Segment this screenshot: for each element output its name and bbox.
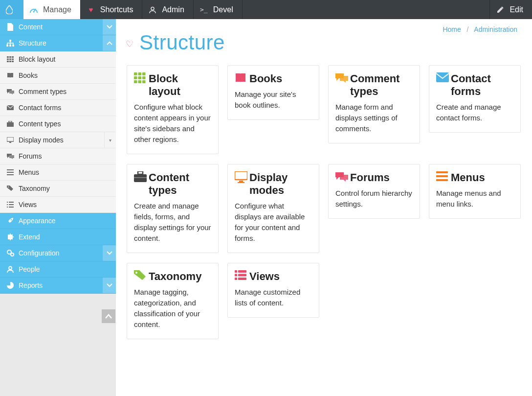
svg-rect-23 <box>7 174 14 175</box>
sidebar-reports[interactable]: Reports <box>0 278 116 294</box>
card-views[interactable]: Views Manage customized lists of content… <box>227 263 319 318</box>
toolbar-admin[interactable]: Admin <box>142 0 193 19</box>
sidebar-content[interactable]: Content <box>0 19 116 35</box>
grid-icon <box>134 72 149 83</box>
chevron-down-icon[interactable] <box>103 278 116 293</box>
card-desc: Control forum hierarchy settings. <box>335 188 413 210</box>
svg-rect-18 <box>9 121 12 122</box>
card-title: Display modes <box>249 171 312 197</box>
heart-outline-icon[interactable]: ♡ <box>126 39 133 49</box>
monitor-icon <box>5 137 16 143</box>
svg-rect-56 <box>238 270 246 273</box>
breadcrumb-home[interactable]: Home <box>443 25 461 33</box>
sidebar-sub-books[interactable]: Books <box>0 68 116 84</box>
svg-rect-37 <box>142 72 146 75</box>
briefcase-icon <box>134 171 149 182</box>
card-desc: Manage your site's book outlines. <box>235 89 312 111</box>
svg-rect-29 <box>7 207 8 208</box>
card-display-modes[interactable]: Display modes Configure what displays ar… <box>227 164 319 253</box>
user-icon <box>148 6 157 13</box>
card-comment-types[interactable]: Comment types Manage form and displays s… <box>328 65 420 143</box>
svg-rect-42 <box>138 80 142 83</box>
sidebar-sub-label: Comment types <box>16 88 66 95</box>
svg-rect-44 <box>436 72 449 82</box>
svg-rect-8 <box>9 56 11 58</box>
sidebar-reports-label: Reports <box>16 281 43 289</box>
svg-rect-7 <box>7 56 9 58</box>
card-desc: Create and manage contact forms. <box>436 102 513 123</box>
sidebar-sub-taxonomy[interactable]: Taxonomy <box>0 181 116 197</box>
sidebar-structure-label: Structure <box>16 39 46 47</box>
svg-rect-55 <box>235 270 237 273</box>
list-icon <box>5 202 16 208</box>
card-contact-forms[interactable]: Contact forms Create and manage contact … <box>429 65 521 133</box>
card-desc: Create and manage fields, forms, and dis… <box>134 201 211 244</box>
svg-rect-26 <box>9 202 14 203</box>
svg-rect-48 <box>235 171 247 180</box>
sidebar-sub-content-types[interactable]: Content types <box>0 116 116 132</box>
sidebar-sub-label: Views <box>16 201 37 209</box>
envelope-icon <box>436 72 451 82</box>
toolbar-devel[interactable]: >_ Devel <box>194 0 243 19</box>
scroll-to-top-button[interactable] <box>102 309 115 323</box>
svg-rect-41 <box>134 80 137 83</box>
sidebar-sub-display-modes[interactable]: Display modes ▾ <box>0 132 116 148</box>
dashboard-icon <box>29 6 38 13</box>
page-title-row: ♡ Structure <box>116 19 532 54</box>
sidebar-extend[interactable]: Extend <box>0 229 116 245</box>
sidebar-sub-views[interactable]: Views <box>0 197 116 213</box>
pencil-icon <box>496 6 505 13</box>
card-title: Content types <box>149 171 211 197</box>
svg-point-31 <box>11 219 12 220</box>
svg-point-33 <box>11 253 14 256</box>
sidebar-people[interactable]: People <box>0 261 116 278</box>
toolbar-manage-label: Manage <box>43 5 71 14</box>
svg-rect-13 <box>7 61 9 62</box>
svg-rect-21 <box>7 169 14 170</box>
sidebar-sub-comment-types[interactable]: Comment types <box>0 84 116 100</box>
svg-point-54 <box>135 272 137 274</box>
sidebar-sub-label: Contact forms <box>16 104 61 112</box>
breadcrumb-admin[interactable]: Administration <box>474 25 517 33</box>
toolbar-admin-label: Admin <box>162 5 184 14</box>
svg-rect-53 <box>436 179 448 181</box>
toolbar-shortcuts[interactable]: ♥ Shortcuts <box>81 0 143 19</box>
svg-rect-40 <box>142 76 146 79</box>
pie-chart-icon <box>5 282 16 289</box>
svg-rect-5 <box>9 45 11 47</box>
toolbar-manage[interactable]: Manage <box>23 0 81 19</box>
svg-rect-39 <box>138 76 142 79</box>
sidebar-appearance-label: Appearance <box>16 217 56 225</box>
sidebar-sub-forums[interactable]: Forums <box>0 148 116 164</box>
card-block-layout[interactable]: Block layout Configure what block conten… <box>127 65 219 154</box>
sidebar-content-label: Content <box>16 23 43 31</box>
sidebar-sub-contact-forms[interactable]: Contact forms <box>0 100 116 116</box>
svg-rect-51 <box>436 171 448 173</box>
sidebar-configuration[interactable]: Configuration <box>0 245 116 261</box>
svg-rect-60 <box>238 278 246 280</box>
caret-down-icon[interactable]: ▾ <box>104 132 116 148</box>
svg-rect-47 <box>134 177 147 178</box>
card-forums[interactable]: Forums Control forum hierarchy settings. <box>328 164 420 219</box>
svg-rect-4 <box>6 45 8 47</box>
monitor-icon <box>235 171 249 183</box>
svg-rect-59 <box>235 278 237 280</box>
chevron-down-icon[interactable] <box>103 245 116 261</box>
sidebar-sub-block-layout[interactable]: Block layout <box>0 51 116 68</box>
card-books[interactable]: Books Manage your site's book outlines. <box>227 65 319 120</box>
comments-icon <box>335 171 350 182</box>
sidebar-appearance[interactable]: Appearance <box>0 213 116 229</box>
home-logo[interactable] <box>0 0 23 19</box>
card-taxonomy[interactable]: Taxonomy Manage tagging, categorization,… <box>127 263 219 339</box>
chevron-up-icon[interactable] <box>103 35 116 51</box>
sidebar-sub-menus[interactable]: Menus <box>0 164 116 181</box>
card-content-types[interactable]: Content types Create and manage fields, … <box>127 164 219 253</box>
card-menus[interactable]: Menus Manage menus and menu links. <box>429 164 521 219</box>
sidebar-structure[interactable]: Structure <box>0 35 116 51</box>
card-desc: Manage form and displays settings of com… <box>335 102 413 134</box>
rocket-icon <box>5 217 16 224</box>
svg-rect-11 <box>9 59 11 60</box>
toolbar-edit[interactable]: Edit <box>489 0 532 19</box>
chevron-down-icon[interactable] <box>103 19 116 35</box>
page-title: Structure <box>139 31 225 54</box>
